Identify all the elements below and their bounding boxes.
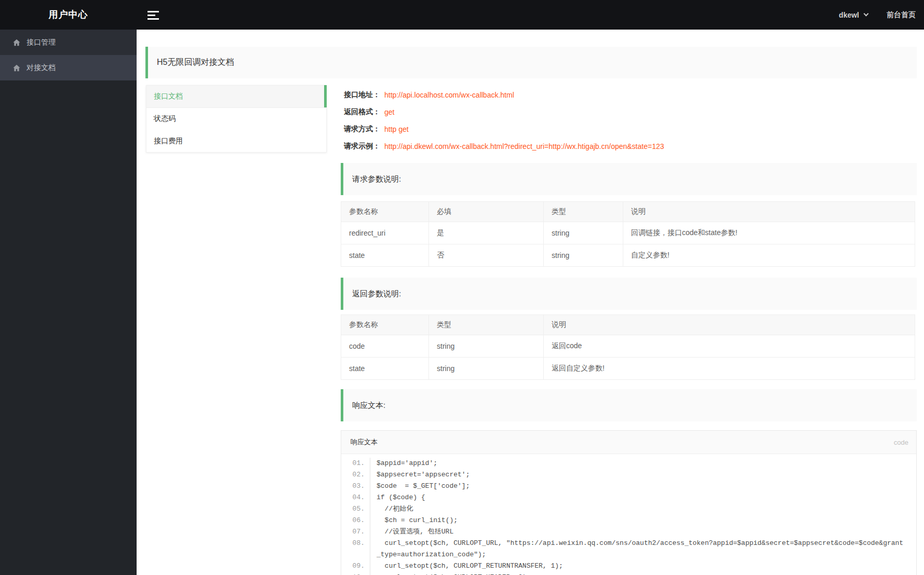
table-row: state 否 string 自定义参数! [341,244,915,267]
doc-menu-item-api-doc[interactable]: 接口文档 [146,86,326,108]
sidebar-item-docs[interactable]: 对接文档 [0,55,137,80]
cell-description: 自定义参数! [623,244,915,267]
api-url-link[interactable]: http://api.localhost.com/wx-callback.htm… [384,91,514,99]
cell-description: 返回code [544,335,915,358]
sidebar-item-api-management[interactable]: 接口管理 [0,30,137,55]
doc-menu: 接口文档 状态码 接口费用 [146,85,327,153]
code-block-header: 响应文本 code [341,431,916,454]
frontend-home-link[interactable]: 前台首页 [887,10,916,20]
line-number: 02. [341,469,370,481]
heading-text: 响应文本: [352,401,385,410]
table-header-row: 参数名称 必填 类型 说明 [341,202,915,222]
code-block-card: 响应文本 code 01.$appid='appid'; 02.$appsecr… [341,430,917,575]
code-block-body: 01.$appid='appid'; 02.$appsecret='appsec… [341,454,916,575]
col-header: 说明 [623,202,915,222]
col-header: 参数名称 [341,315,429,335]
code-text: $appsecret='appsecret'; [370,469,916,481]
cell-param-name: redirect_uri [341,222,429,244]
table-row: state string 返回自定义参数! [341,358,915,380]
line-number: 01. [341,458,370,469]
col-header: 类型 [544,202,623,222]
cell-type: string [429,358,544,380]
cell-description: 回调链接，接口code和state参数! [623,222,915,244]
heading-text: 返回参数说明: [352,289,401,299]
api-info-row: 返回格式： get [344,103,664,120]
code-line: 08. curl_setopt($ch, CURLOPT_URL, "https… [341,538,916,560]
line-number: 08. [341,538,370,560]
col-header: 参数名称 [341,202,429,222]
sidebar-item-label: 接口管理 [26,38,56,47]
col-header: 类型 [429,315,544,335]
code-text: curl_setopt($ch, CURLOPT_URL, "https://a… [370,538,916,560]
col-header: 必填 [429,202,544,222]
table-row: code string 返回code [341,335,915,358]
return-format-label: 返回格式： [344,107,380,117]
cell-description: 返回自定义参数! [544,358,915,380]
chevron-down-icon [864,11,869,17]
code-badge-label: code [894,439,908,446]
home-icon [12,38,21,47]
doc-menu-item-status-codes[interactable]: 状态码 [146,108,326,130]
api-info-list: 接口地址： http://api.localhost.com/wx-callba… [344,86,664,155]
code-line: 10. curl_setopt($ch, CURLOPT_HEADER, 0); [341,572,916,575]
code-text: $code = $_GET['code']; [370,481,916,492]
cell-type: string [544,222,623,244]
sidebar-item-label: 对接文档 [26,63,56,73]
code-block-title: 响应文本 [351,437,378,447]
heading-text: 请求参数说明: [352,174,401,184]
header-right: dkewl 前台首页 [839,0,916,30]
code-line: 07. //设置选项, 包括URL [341,526,916,538]
request-example-link[interactable]: http://api.dkewl.com/wx-callback.html?re… [384,142,664,150]
request-example-label: 请求示例： [344,142,380,151]
cell-param-name: state [341,358,429,380]
code-line: 06. $ch = curl_init(); [341,515,916,526]
code-text: curl_setopt($ch, CURLOPT_HEADER, 0); [370,572,916,575]
line-number: 10. [341,572,370,575]
code-text: $ch = curl_init(); [370,515,916,526]
code-text: curl_setopt($ch, CURLOPT_RETURNTRANSFER,… [370,560,916,572]
line-number: 09. [341,560,370,572]
response-text-heading: 响应文本: [341,389,917,421]
response-params-heading: 返回参数说明: [341,278,917,310]
api-url-label: 接口地址： [344,90,380,100]
code-line: 02.$appsecret='appsecret'; [341,469,916,481]
page-title-panel: H5无限回调对接文档 [145,47,917,78]
line-number: 04. [341,492,370,503]
username-label: dkewl [839,11,859,19]
code-line: 04.if ($code) { [341,492,916,503]
user-dropdown[interactable]: dkewl [839,11,868,19]
api-info-row: 接口地址： http://api.localhost.com/wx-callba… [344,86,664,103]
hamburger-menu-icon[interactable] [148,11,159,20]
api-info-row: 请求方式： http get [344,120,664,138]
request-params-table: 参数名称 必填 类型 说明 redirect_uri 是 string 回调链接… [341,201,915,267]
return-format-value: get [384,108,394,116]
table-header-row: 参数名称 类型 说明 [341,315,915,335]
cell-required: 否 [429,244,544,267]
code-line: 01.$appid='appid'; [341,458,916,469]
line-number: 03. [341,481,370,492]
code-line: 03.$code = $_GET['code']; [341,481,916,492]
app-logo: 用户中心 [0,0,137,30]
line-number: 07. [341,526,370,538]
code-text: if ($code) { [370,492,916,503]
request-method-label: 请求方式： [344,125,380,134]
code-text: //设置选项, 包括URL [370,526,916,538]
doc-menu-item-api-fees[interactable]: 接口费用 [146,130,326,152]
request-params-heading: 请求参数说明: [341,163,917,195]
code-line: 09. curl_setopt($ch, CURLOPT_RETURNTRANS… [341,560,916,572]
cell-type: string [544,244,623,267]
line-number: 06. [341,515,370,526]
line-number: 05. [341,503,370,515]
cell-param-name: state [341,244,429,267]
request-method-value: http get [384,125,409,133]
page-title: H5无限回调对接文档 [157,57,234,68]
home-icon [12,64,21,72]
cell-param-name: code [341,335,429,358]
response-params-table: 参数名称 类型 说明 code string 返回code state stri… [341,314,915,380]
api-info-row: 请求示例： http://api.dkewl.com/wx-callback.h… [344,138,664,155]
cell-required: 是 [429,222,544,244]
cell-type: string [429,335,544,358]
code-line: 05. //初始化 [341,503,916,515]
col-header: 说明 [544,315,915,335]
code-text: //初始化 [370,503,916,515]
